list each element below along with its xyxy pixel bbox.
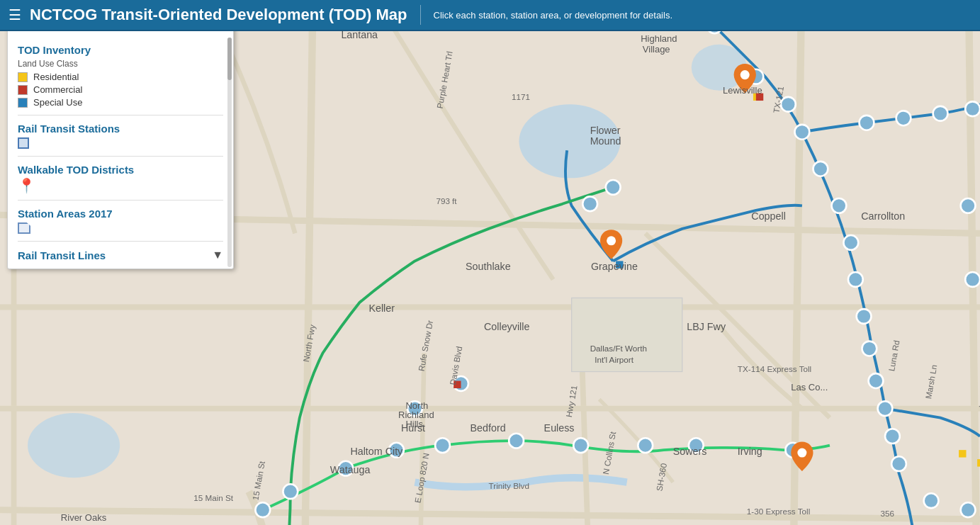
svg-text:1-30 Express Toll: 1-30 Express Toll	[747, 507, 810, 516]
legend-panel: ☰ Legend × TOD Inventory Land Use Class …	[7, 6, 234, 269]
svg-point-34	[582, 196, 597, 211]
svg-point-15	[869, 373, 884, 388]
svg-point-20	[896, 111, 911, 125]
svg-point-18	[891, 456, 906, 471]
legend-section-station-areas: Station Areas 2017	[18, 208, 223, 220]
tod-pin-icon: 📍	[18, 179, 35, 193]
legend-sub-land-use: Land Use Class	[18, 59, 223, 69]
svg-point-11	[843, 235, 858, 250]
svg-point-7	[781, 97, 796, 112]
commercial-label: Commercial	[33, 84, 82, 95]
svg-point-8	[794, 125, 809, 140]
svg-text:Village: Village	[643, 44, 670, 55]
svg-text:Int'l Airport: Int'l Airport	[595, 355, 634, 364]
rail-lines-expand-icon[interactable]: ▼	[212, 249, 223, 261]
svg-text:Hills: Hills	[405, 419, 423, 429]
svg-point-13	[857, 309, 872, 324]
svg-point-150	[255, 502, 270, 517]
legend-section-walkable-tod: Walkable TOD Districts	[18, 164, 223, 176]
app-header: ☰ NCTCOG Transit-Oriented Development (T…	[0, 0, 980, 31]
svg-text:Las Co...: Las Co...	[791, 382, 828, 393]
svg-point-39	[740, 70, 750, 79]
svg-point-21	[933, 106, 948, 121]
svg-text:Sowers: Sowers	[673, 446, 707, 457]
legend-section-rail-stations: Rail Transit Stations	[18, 123, 223, 135]
special-use-label: Special Use	[33, 97, 82, 108]
svg-text:Euless: Euless	[544, 422, 575, 434]
svg-text:TX-114 Express Toll: TX-114 Express Toll	[738, 364, 811, 373]
legend-item-walkable-tod: 📍	[18, 179, 223, 193]
svg-text:1171: 1171	[512, 92, 530, 101]
svg-point-14	[862, 341, 877, 356]
svg-point-9	[813, 162, 828, 176]
svg-text:Trinity Blvd: Trinity Blvd	[489, 481, 529, 490]
svg-rect-46	[959, 450, 966, 457]
svg-text:Irving: Irving	[738, 446, 762, 457]
svg-text:Bedford: Bedford	[471, 422, 506, 434]
svg-text:LBJ Fwy: LBJ Fwy	[687, 321, 726, 332]
svg-text:Carrollton: Carrollton	[861, 210, 905, 222]
app-title: NCTCOG Transit-Oriented Development (TOD…	[30, 6, 407, 24]
svg-text:Colleyville: Colleyville	[484, 321, 529, 332]
divider-1	[18, 115, 223, 115]
legend-item-station-area	[18, 222, 223, 234]
special-use-swatch	[18, 98, 28, 108]
divider-3	[18, 200, 223, 201]
svg-text:Lewisville: Lewisville	[723, 85, 762, 96]
svg-point-2	[28, 413, 120, 478]
svg-text:356: 356	[880, 509, 894, 518]
svg-point-33	[606, 180, 621, 195]
svg-point-38	[607, 236, 616, 245]
svg-text:Southlake: Southlake	[466, 261, 511, 272]
svg-point-37	[283, 484, 298, 499]
svg-text:Highland: Highland	[641, 33, 677, 44]
svg-point-40	[797, 448, 806, 458]
svg-text:Mound: Mound	[590, 136, 621, 147]
legend-body: TOD Inventory Land Use Class Residential…	[8, 31, 233, 269]
svg-point-17	[885, 429, 900, 444]
legend-scrollbar[interactable]	[227, 38, 232, 267]
svg-text:793 ft: 793 ft	[436, 196, 457, 205]
rail-station-icon	[18, 137, 29, 149]
legend-scrollbar-thumb	[227, 38, 232, 80]
legend-item-special-use: Special Use	[18, 97, 223, 108]
station-area-icon	[18, 222, 30, 234]
svg-text:Keller: Keller	[368, 303, 395, 314]
svg-point-23	[961, 198, 976, 213]
svg-rect-47	[977, 459, 980, 466]
svg-point-151	[924, 493, 939, 508]
svg-point-12	[848, 272, 863, 287]
svg-point-29	[573, 438, 588, 453]
svg-point-10	[832, 198, 847, 213]
svg-point-22	[965, 101, 980, 116]
svg-point-16	[878, 401, 893, 416]
header-divider	[420, 5, 421, 25]
svg-text:Grapevine: Grapevine	[591, 261, 638, 272]
legend-item-residential: Residential	[18, 72, 223, 82]
legend-section-tod-inventory: TOD Inventory	[18, 44, 223, 56]
svg-point-28	[509, 434, 524, 448]
svg-point-24	[965, 272, 980, 287]
svg-text:Flower: Flower	[590, 125, 621, 136]
svg-text:Haltom City: Haltom City	[350, 446, 403, 457]
divider-4	[18, 241, 223, 242]
header-subtitle: Click each station, station area, or dev…	[434, 10, 672, 21]
svg-text:Watauga: Watauga	[330, 464, 371, 475]
legend-item-commercial: Commercial	[18, 84, 223, 95]
svg-point-30	[638, 438, 653, 453]
svg-point-19	[860, 115, 874, 130]
svg-text:Lantana: Lantana	[341, 31, 378, 40]
legend-item-rail-station	[18, 137, 223, 149]
residential-label: Residential	[33, 72, 79, 82]
svg-text:Coppell: Coppell	[751, 210, 785, 222]
svg-text:Dallas/Ft Worth: Dallas/Ft Worth	[590, 344, 647, 353]
svg-point-152	[961, 502, 976, 517]
residential-swatch	[18, 72, 28, 82]
svg-point-27	[435, 438, 450, 453]
svg-text:River Oaks: River Oaks	[61, 512, 107, 523]
divider-2	[18, 156, 223, 157]
commercial-swatch	[18, 85, 28, 95]
hamburger-menu[interactable]: ☰	[9, 6, 21, 23]
legend-section-rail-lines: Rail Transit Lines	[18, 249, 106, 261]
svg-text:15 Main St: 15 Main St	[193, 493, 234, 502]
